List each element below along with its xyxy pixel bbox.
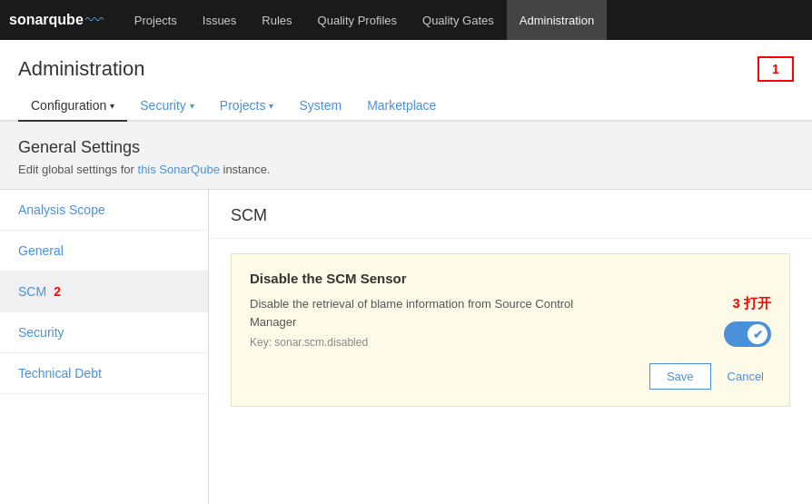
sidebar-item-analysis-scope[interactable]: Analysis Scope: [0, 190, 208, 231]
content-area: SCM Disable the SCM Sensor Disable the r…: [209, 190, 812, 504]
sub-navigation: Configuration ▾ Security ▾ Projects ▾ Sy…: [0, 91, 812, 122]
this-sonarqube-link[interactable]: this SonarQube: [138, 163, 220, 176]
logo[interactable]: sonarqube 〰: [9, 10, 104, 31]
nav-item-administration[interactable]: Administration: [507, 0, 607, 40]
logo-text: sonarqube: [9, 12, 84, 28]
subnav-projects[interactable]: Projects ▾: [207, 91, 287, 122]
chevron-down-icon: ▾: [269, 101, 273, 111]
setting-card-description: Disable the retrieval of blame informati…: [250, 295, 595, 331]
chevron-down-icon: ▾: [190, 101, 194, 111]
main-content: Analysis Scope General SCM 2 Security Te…: [0, 190, 812, 504]
badge-1: 1: [758, 56, 794, 82]
setting-card-key: Key: sonar.scm.disabled: [250, 336, 595, 349]
sidebar-item-general[interactable]: General: [0, 231, 208, 272]
page-header: Administration 1: [0, 40, 812, 91]
cancel-button[interactable]: Cancel: [720, 363, 771, 390]
sidebar-item-technical-debt[interactable]: Technical Debt: [0, 353, 208, 394]
chevron-down-icon: ▾: [110, 101, 114, 111]
page-title: Administration: [18, 57, 144, 81]
checkmark-icon: ✔: [753, 328, 763, 341]
setting-card-body: Disable the retrieval of blame informati…: [250, 295, 771, 349]
subnav-security[interactable]: Security ▾: [127, 91, 207, 122]
setting-card-desc-block: Disable the retrieval of blame informati…: [250, 295, 595, 349]
nav-item-projects[interactable]: Projects: [122, 0, 190, 40]
nav-item-issues[interactable]: Issues: [190, 0, 250, 40]
action-buttons: Save Cancel: [250, 363, 771, 390]
toggle-knob: ✔: [748, 324, 767, 344]
content-section-title: SCM: [209, 190, 812, 239]
nav-items: Projects Issues Rules Quality Profiles Q…: [122, 0, 607, 40]
logo-wave-icon: 〰: [85, 10, 104, 31]
top-navigation: sonarqube 〰 Projects Issues Rules Qualit…: [0, 0, 812, 40]
sidebar-item-scm[interactable]: SCM 2: [0, 272, 208, 312]
nav-item-quality-gates[interactable]: Quality Gates: [410, 0, 507, 40]
toggle-switch[interactable]: ✔: [724, 321, 771, 347]
toggle-label: 3 打开: [732, 295, 771, 312]
nav-item-rules[interactable]: Rules: [249, 0, 304, 40]
subnav-marketplace[interactable]: Marketplace: [354, 91, 449, 122]
general-settings-desc: Edit global settings for this SonarQube …: [18, 163, 794, 176]
setting-card-scm-sensor: Disable the SCM Sensor Disable the retri…: [231, 253, 790, 407]
setting-card-control: 3 打开 ✔: [724, 295, 771, 347]
nav-item-quality-profiles[interactable]: Quality Profiles: [305, 0, 410, 40]
save-button[interactable]: Save: [649, 363, 711, 390]
scm-badge: 2: [54, 284, 61, 299]
general-settings-title: General Settings: [18, 138, 794, 157]
subnav-configuration[interactable]: Configuration ▾: [18, 91, 127, 122]
sidebar-item-security[interactable]: Security: [0, 312, 208, 353]
sidebar: Analysis Scope General SCM 2 Security Te…: [0, 190, 209, 504]
general-settings-header: General Settings Edit global settings fo…: [0, 122, 812, 190]
setting-card-title: Disable the SCM Sensor: [250, 271, 771, 286]
subnav-system[interactable]: System: [286, 91, 354, 122]
